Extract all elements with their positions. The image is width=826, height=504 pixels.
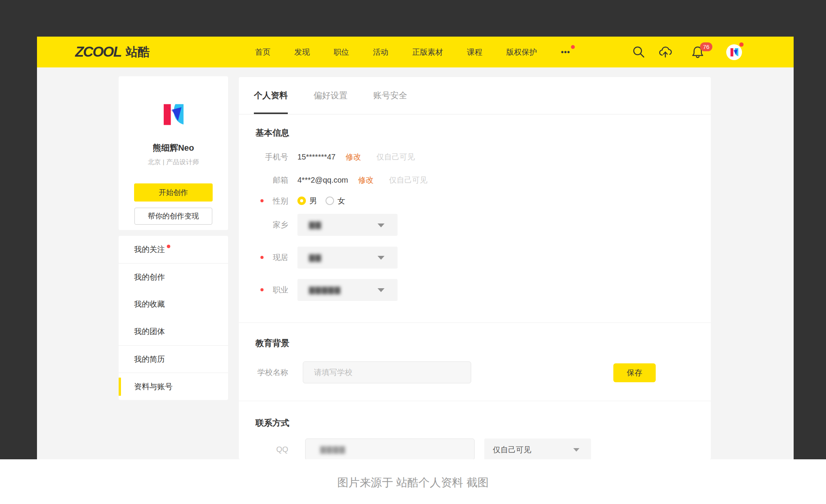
screenshot-stage: ZCOOL 站酷 首页 发现 职位 活动 正版素材 课程 版权保护 ••• [0,0,826,504]
residence-select[interactable]: ▇▇ [297,247,398,269]
chevron-down-icon [378,256,384,260]
gender-row: 性别 男 女 [255,195,345,207]
email-value: 4***2@qq.com [297,176,348,185]
phone-value: 15*******47 [297,153,336,161]
sidebar-item-my-follows[interactable]: 我的关注 [119,236,228,263]
qq-row: QQ ▇▇▇▇ [255,438,475,459]
residence-row: 现居 ▇▇ [255,246,398,269]
qq-label: QQ [255,445,288,454]
user-avatar[interactable] [726,44,742,60]
email-label: 邮箱 [255,175,288,185]
email-edit-link[interactable]: 修改 [358,175,373,185]
notification-badge: 76 [700,42,712,51]
start-creating-button[interactable]: 开始创作 [134,183,213,202]
phone-edit-link[interactable]: 修改 [346,152,361,162]
education-heading: 教育背景 [255,338,289,349]
radio-female-label[interactable]: 女 [337,196,345,206]
more-dots-label: ••• [561,48,570,56]
nav-item-licensed-assets[interactable]: 正版素材 [412,47,443,57]
content-area: 熊细辉Neo 北京 | 产品设计师 开始创作 帮你的创作变现 我的关注 我的创作… [37,67,794,459]
residence-label: 现居 [255,252,288,263]
cloud-upload-icon[interactable] [658,45,672,59]
tab-personal-profile[interactable]: 个人资料 [254,77,288,114]
profile-meta: 北京 | 产品设计师 [119,158,228,166]
occupation-select[interactable]: ▇▇▇▇▇ [297,279,398,301]
residence-blurred-value: ▇▇ [309,253,322,262]
basic-info-heading: 基本信息 [255,127,289,139]
top-navigation-bar: ZCOOL 站酷 首页 发现 职位 活动 正版素材 课程 版权保护 ••• [37,37,794,67]
qq-visibility-select[interactable]: 仅自己可见 [484,438,591,459]
sidebar-item-label: 我的关注 [134,244,165,255]
nav-item-jobs[interactable]: 职位 [334,47,349,57]
avatar-n-logo-icon [729,47,739,57]
nav-item-events[interactable]: 活动 [373,47,388,57]
zcool-logo-text: ZCOOL [75,44,121,60]
chevron-down-icon [573,448,579,452]
radio-male-label[interactable]: 男 [309,196,317,206]
sidebar-item-my-resume[interactable]: 我的简历 [119,345,228,373]
tab-preferences[interactable]: 偏好设置 [314,77,348,114]
avatar-notification-dot [739,42,744,47]
qq-visibility-value: 仅自己可见 [493,445,531,455]
nav-item-home[interactable]: 首页 [255,47,270,57]
sidebar-item-my-collections[interactable]: 我的收藏 [119,291,228,318]
phone-row: 手机号 15*******47 修改 仅自己可见 [255,151,415,163]
profile-avatar-n-logo[interactable] [160,102,186,128]
school-label: 学校名称 [255,367,288,378]
zcool-logo[interactable]: ZCOOL 站酷 [75,37,149,67]
monetize-button[interactable]: 帮你的创作变现 [134,208,212,225]
sidebar-item-label: 资料与账号 [134,381,173,392]
occupation-row: 职业 ▇▇▇▇▇ [255,279,398,301]
sidebar-menu: 我的关注 我的创作 我的收藏 我的团体 我的简历 资料与账号 [119,236,228,400]
school-row: 学校名称 [255,361,471,383]
gender-label: 性别 [255,196,288,206]
nav-more-notification-dot [571,45,575,49]
nav-item-courses[interactable]: 课程 [467,47,482,57]
hometown-label: 家乡 [255,220,288,230]
email-visibility-note: 仅自己可见 [389,175,427,185]
section-divider [239,401,711,401]
section-divider [239,323,711,323]
nav-item-more[interactable]: ••• [561,48,570,57]
zcool-site: ZCOOL 站酷 首页 发现 职位 活动 正版素材 课程 版权保护 ••• [37,37,794,459]
profile-card: 熊细辉Neo 北京 | 产品设计师 开始创作 帮你的创作变现 [119,76,228,230]
email-row: 邮箱 4***2@qq.com 修改 仅自己可见 [255,174,427,186]
nav-item-copyright[interactable]: 版权保护 [506,47,537,57]
tab-account-security[interactable]: 账号安全 [373,77,407,114]
sidebar-item-label: 我的创作 [134,272,165,282]
contact-heading: 联系方式 [255,417,289,429]
chevron-down-icon [378,223,384,227]
hometown-blurred-value: ▇▇ [309,220,322,229]
zcool-logo-cn: 站酷 [126,44,149,60]
image-source-caption: 图片来源于 站酷个人资料 截图 [0,475,826,491]
search-icon[interactable] [632,45,646,59]
tabs-divider [239,114,711,114]
sidebar-item-profile-account[interactable]: 资料与账号 [119,373,228,400]
occupation-label: 职业 [255,285,288,295]
hometown-select[interactable]: ▇▇ [297,214,398,236]
save-button[interactable]: 保存 [613,363,656,382]
settings-panel: 个人资料 偏好设置 账号安全 基本信息 手机号 15*******47 修改 仅… [239,77,711,459]
nav-item-discover[interactable]: 发现 [294,47,310,57]
sidebar-item-label: 我的团体 [134,326,165,337]
qq-blurred-value: ▇▇▇▇ [320,445,346,454]
sidebar-item-my-creations[interactable]: 我的创作 [119,263,228,291]
radio-female[interactable] [326,197,334,205]
settings-tabs: 个人资料 偏好设置 账号安全 [254,77,407,114]
sidebar-item-label: 我的收藏 [134,299,165,309]
school-input[interactable] [303,361,471,383]
phone-visibility-note: 仅自己可见 [376,152,415,162]
occupation-blurred-value: ▇▇▇▇▇ [309,286,341,294]
profile-name: 熊细辉Neo [119,142,228,154]
sidebar-item-label: 我的简历 [134,354,165,365]
hometown-row: 家乡 ▇▇ [255,214,398,236]
sidebar-item-my-groups[interactable]: 我的团体 [119,318,228,345]
chevron-down-icon [378,288,384,292]
radio-male-selected[interactable] [297,197,306,205]
qq-input[interactable]: ▇▇▇▇ [305,438,475,459]
follows-notification-dot [167,245,170,248]
main-nav: 首页 发现 职位 活动 正版素材 课程 版权保护 ••• [255,37,570,67]
phone-label: 手机号 [255,152,288,162]
